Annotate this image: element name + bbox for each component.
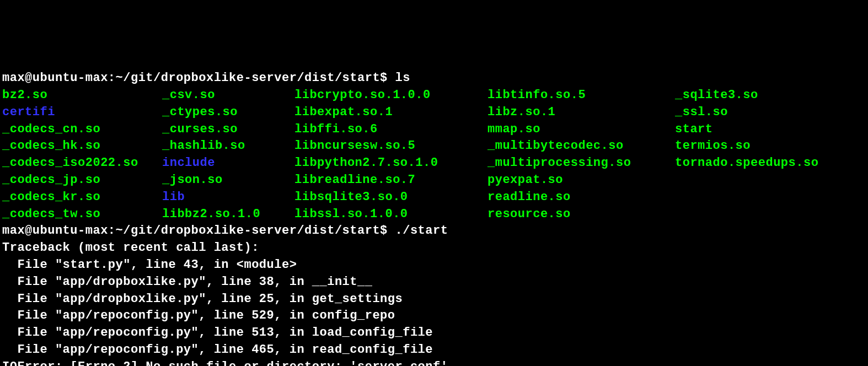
ls-item: libbz2.so.1.0 [162,206,294,223]
terminal-output[interactable]: max@ubuntu-max:~/git/dropboxlike-server/… [2,70,866,366]
ls-item: _codecs_tw.so [2,206,162,223]
ls-item: termios.so [675,138,866,155]
ls-item: mmap.so [487,121,675,138]
ls-item: libz.so.1 [487,104,675,121]
traceback-line: IOError: [Errno 2] No such file or direc… [2,359,866,366]
ls-item [675,172,866,189]
ls-item: _multiprocessing.so [487,155,675,172]
traceback-line: File "start.py", line 43, in <module> [2,257,866,274]
traceback-output: Traceback (most recent call last): File … [2,240,866,366]
traceback-line: File "app/dropboxlike.py", line 25, in g… [2,291,866,308]
ls-item: libpython2.7.so.1.0 [294,155,487,172]
ls-item: readline.so [487,189,675,206]
ls-listing: bz2.so_csv.solibcrypto.so.1.0.0libtinfo.… [2,87,866,223]
traceback-line: File "app/repoconfig.py", line 529, in c… [2,308,866,325]
ls-item: tornado.speedups.so [675,155,866,172]
ls-item: pyexpat.so [487,172,675,189]
ls-item: libcrypto.so.1.0.0 [294,87,487,104]
ls-item: _codecs_kr.so [2,189,162,206]
ls-item: resource.so [487,206,675,223]
ls-item: libexpat.so.1 [294,104,487,121]
ls-item: _curses.so [162,121,294,138]
ls-item: _json.so [162,172,294,189]
ls-item: _codecs_jp.so [2,172,162,189]
ls-item: _multibytecodec.so [487,138,675,155]
ls-item: _codecs_iso2022.so [2,155,162,172]
prompt-line-2: max@ubuntu-max:~/git/dropboxlike-server/… [2,223,866,240]
ls-item: _codecs_hk.so [2,138,162,155]
traceback-line: File "app/repoconfig.py", line 513, in l… [2,325,866,342]
traceback-line: File "app/repoconfig.py", line 465, in r… [2,342,866,359]
ls-item: include [162,155,294,172]
prompt-prefix: max@ubuntu-max:~/git/dropboxlike-server/… [2,71,395,85]
ls-item: start [675,121,866,138]
ls-item: _ssl.so [675,104,866,121]
ls-item: libffi.so.6 [294,121,487,138]
ls-item: _csv.so [162,87,294,104]
ls-item: bz2.so [2,87,162,104]
command-ls: ls [395,71,410,85]
traceback-line: File "app/dropboxlike.py", line 38, in _… [2,274,866,291]
prompt-line-1: max@ubuntu-max:~/git/dropboxlike-server/… [2,70,866,87]
ls-item [675,206,866,223]
ls-item: _hashlib.so [162,138,294,155]
prompt-prefix: max@ubuntu-max:~/git/dropboxlike-server/… [2,224,395,238]
ls-item: _codecs_cn.so [2,121,162,138]
command-start: ./start [395,224,448,238]
ls-item: libssl.so.1.0.0 [294,206,487,223]
ls-item: certifi [2,104,162,121]
ls-item: _ctypes.so [162,104,294,121]
ls-item: _sqlite3.so [675,87,866,104]
ls-item: libsqlite3.so.0 [294,189,487,206]
ls-item: libncursesw.so.5 [294,138,487,155]
ls-item [675,189,866,206]
traceback-line: Traceback (most recent call last): [2,240,866,257]
ls-item: libreadline.so.7 [294,172,487,189]
ls-item: libtinfo.so.5 [487,87,675,104]
ls-item: lib [162,189,294,206]
